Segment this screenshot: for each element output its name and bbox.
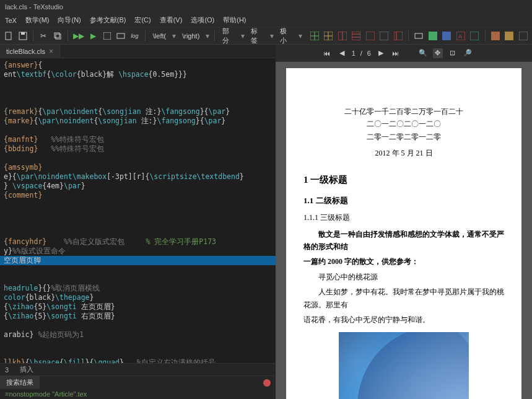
menu-macro[interactable]: 宏(C) <box>134 15 150 25</box>
page-sep: / <box>360 50 362 57</box>
svg-rect-24 <box>442 32 451 40</box>
tab-label: ticleBlack.cls <box>6 48 45 55</box>
svg-rect-18 <box>366 32 375 40</box>
log-icon[interactable]: log <box>129 30 140 42</box>
menu-wizard[interactable]: 向导(N) <box>58 15 81 25</box>
doc-line2: 二〇一二〇二〇一二〇 <box>303 118 504 130</box>
svg-rect-27 <box>470 32 479 40</box>
doc-line1: 二十亿零一千二百零二万零一百二十 <box>303 105 504 118</box>
heading-1: 1 一级标题 <box>303 172 504 188</box>
tiny-dropdown[interactable]: 极小 <box>277 27 295 45</box>
svg-rect-22 <box>415 33 422 38</box>
cut-icon[interactable]: ✂ <box>38 30 49 42</box>
insert-icon-2[interactable] <box>442 30 452 42</box>
label-dropdown[interactable]: 标签 <box>248 27 266 45</box>
doc-p3: 人生如梦，梦中有花。我时常在梦中寻觅那片属于我的桃花源。那里有 <box>303 286 504 311</box>
menu-help[interactable]: 帮助(H) <box>223 15 246 25</box>
figure-image <box>339 332 469 399</box>
build-icon[interactable]: ▶▶ <box>73 30 84 42</box>
insert-icon-4[interactable] <box>469 30 480 42</box>
view-icon[interactable] <box>116 30 126 42</box>
svg-rect-29 <box>505 32 513 40</box>
preview-toolbar: ⏮ ◀ 1 / 6 ▶ ⏭ 🔍 ✥ ⊡ 🔎 <box>276 45 532 62</box>
right-delim-dropdown[interactable]: \right) <box>180 32 202 40</box>
log-output: =nonstopmode "Article".tex <box>0 389 276 399</box>
heading-2: 1.1 二级标题 <box>303 194 504 208</box>
title-bar: lack.cls - TeXstudio <box>0 0 532 14</box>
menu-view[interactable]: 查看(V) <box>160 15 183 25</box>
stop-icon[interactable] <box>102 30 112 42</box>
new-file-icon[interactable] <box>4 30 14 42</box>
window-title: lack.cls - TeXstudio <box>5 3 63 11</box>
svg-rect-19 <box>380 32 388 40</box>
misc-icon-2[interactable] <box>504 30 515 42</box>
next-page-icon[interactable]: ▶ <box>376 48 386 58</box>
menu-bar: TeX 数学(M) 向导(N) 参考文献(B) 宏(C) 查看(V) 选项(O)… <box>0 14 532 27</box>
page-total: 6 <box>367 50 371 57</box>
status-column: 3 <box>5 366 9 374</box>
insert-icon-1[interactable] <box>428 30 438 42</box>
svg-rect-4 <box>56 34 61 39</box>
bottom-panel: 3 插入 搜索结果 =nonstopmode "Article".tex <box>0 363 276 399</box>
menu-math[interactable]: 数学(M) <box>25 15 50 25</box>
doc-line3: 二零一二零二零一二零 <box>303 131 504 143</box>
code-editor[interactable]: {answer}{ ent\textbf{\color{black}解 \hsp… <box>0 58 276 363</box>
svg-rect-0 <box>6 32 11 40</box>
save-icon[interactable] <box>18 30 28 42</box>
doc-p3b: 语花香，有我心中无尽的宁静与和谐。 <box>303 314 504 326</box>
svg-rect-23 <box>429 32 437 40</box>
first-page-icon[interactable]: ⏮ <box>322 48 332 58</box>
pdf-page: 二十亿零一千二百零二万零一百二十 二〇一二〇二〇一二〇 二零一二零二零一二零 2… <box>286 68 521 399</box>
table-icon-4[interactable] <box>351 30 362 42</box>
svg-rect-6 <box>117 33 124 38</box>
doc-p1b: 一篇约 2000 字的散文，供您参考： <box>303 255 504 268</box>
left-delim-dropdown[interactable]: \left( <box>150 32 168 40</box>
preview-pane: ⏮ ◀ 1 / 6 ▶ ⏭ 🔍 ✥ ⊡ 🔎 二十亿零一千二百零二万零一百二十 二… <box>276 45 532 399</box>
main-toolbar: ✂ ▶▶ ▶ log \left(▾ \right)▾ 部分▾ 标签▾ 极小▾ … <box>0 27 532 45</box>
svg-text:A: A <box>458 33 462 40</box>
search-results-tab[interactable]: 搜索结果 <box>0 376 40 389</box>
svg-rect-20 <box>394 32 403 40</box>
doc-date: 2012 年 5 月 21 日 <box>303 147 504 159</box>
environment-icon[interactable] <box>414 30 424 42</box>
fit-icon[interactable]: ⊡ <box>448 48 458 58</box>
svg-rect-3 <box>55 33 59 38</box>
section-dropdown[interactable]: 部分 <box>220 27 237 45</box>
misc-icon-3[interactable] <box>518 30 529 42</box>
menu-options[interactable]: 选项(O) <box>191 15 214 25</box>
error-indicator-icon[interactable] <box>263 379 271 387</box>
table-icon-1[interactable] <box>310 30 320 42</box>
insert-icon-3[interactable]: A <box>456 30 466 42</box>
svg-rect-5 <box>103 32 111 40</box>
zoom-tool-icon[interactable]: 🔎 <box>463 48 473 58</box>
editor-pane: ticleBlack.cls × {answer}{ ent\textbf{\c… <box>0 45 276 399</box>
menu-tex[interactable]: TeX <box>5 17 17 24</box>
status-mode: 插入 <box>20 365 33 374</box>
last-page-icon[interactable]: ⏭ <box>391 48 401 58</box>
svg-rect-2 <box>21 32 25 35</box>
zoom-in-icon[interactable]: 🔍 <box>418 48 428 58</box>
table-icon-2[interactable] <box>323 30 334 42</box>
doc-p2: 寻觅心中的桃花源 <box>303 271 504 283</box>
cursor-icon[interactable]: ✥ <box>433 48 443 58</box>
table-icon-6[interactable] <box>379 30 390 42</box>
table-icon-5[interactable] <box>365 30 376 42</box>
misc-icon-1[interactable] <box>491 30 501 42</box>
table-icon-7[interactable] <box>393 30 404 42</box>
copy-icon[interactable] <box>52 30 63 42</box>
prev-page-icon[interactable]: ◀ <box>337 48 347 58</box>
svg-rect-28 <box>491 32 500 40</box>
svg-rect-15 <box>352 32 360 40</box>
compile-icon[interactable]: ▶ <box>88 30 98 42</box>
doc-p1a: 散文是一种自由抒发情感和感想的文学体裁，通常不受严格的形式和结 <box>303 228 504 253</box>
page-current[interactable]: 1 <box>352 50 355 57</box>
svg-rect-30 <box>519 32 528 40</box>
editor-tab-bar: ticleBlack.cls × <box>0 45 276 58</box>
table-icon-3[interactable] <box>338 30 348 42</box>
menu-bib[interactable]: 参考文献(B) <box>90 15 126 25</box>
close-icon[interactable]: × <box>49 47 53 56</box>
heading-3: 1.1.1 三级标题 <box>303 211 504 224</box>
preview-viewport[interactable]: 二十亿零一千二百零二万零一百二十 二〇一二〇二〇一二〇 二零一二零二零一二零 2… <box>276 62 532 399</box>
editor-tab[interactable]: ticleBlack.cls × <box>0 45 60 58</box>
